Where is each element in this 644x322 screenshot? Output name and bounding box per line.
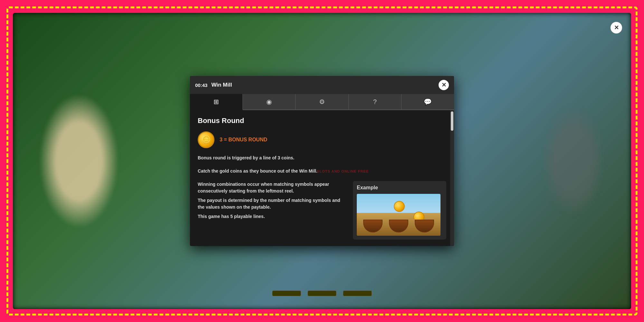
modal-title: Win Mill [211,82,232,88]
example-coin-1 [394,201,405,212]
description-2-text: Catch the gold coins as they bounce out … [198,168,317,174]
outer-close-button[interactable]: ✕ [611,22,622,33]
outer-border: ✕ 00:43 Win Mill ✕ ⊞ ◉ [6,6,638,316]
game-rules-icon: ◉ [266,98,272,106]
bonus-row: 🪙 3 = BONUS ROUND [198,131,446,148]
scrollbar-track[interactable] [450,110,454,246]
bonus-label: 3 = BONUS ROUND [220,137,267,143]
bonus-round-label: BONUS ROUND [228,137,267,142]
description-5: This game has 5 playable lines. [198,213,345,220]
description-1: Bonus round is triggered by a line of 3 … [198,155,446,161]
help-icon: ? [373,98,377,106]
paytable-icon: ⊞ [213,98,219,106]
bottom-bar [272,290,372,296]
background-character-right [541,105,605,217]
bottom-button-1[interactable] [272,290,301,296]
watermark: SLOTS AND ONLINE FREE [317,168,369,174]
modal-content: Bonus Round 🪙 3 = BONUS ROUND Bonus roun… [190,110,454,246]
example-image [357,194,440,236]
tab-game-rules[interactable]: ◉ [243,94,296,109]
section-title: Bonus Round [198,117,446,125]
description-2: Catch the gold coins as they bounce out … [198,168,446,175]
game-area: ✕ 00:43 Win Mill ✕ ⊞ ◉ [13,13,631,309]
modal-close-button[interactable]: ✕ [439,80,449,90]
tab-settings[interactable]: ⚙ [296,94,348,109]
coin-count: 3 = [220,137,227,142]
example-title: Example [357,185,442,191]
content-layout: Winning combinations occur when matching… [198,181,446,240]
text-block: Winning combinations occur when matching… [198,181,345,223]
chat-icon: 💬 [424,98,432,106]
bottom-button-3[interactable] [343,290,372,296]
info-modal: 00:43 Win Mill ✕ ⊞ ◉ ⚙ ? [190,76,454,246]
coin-icon: 🪙 [198,131,214,148]
timer-display: 00:43 [195,82,207,88]
bottom-button-2[interactable] [308,290,336,296]
settings-icon: ⚙ [319,98,325,106]
description-3: Winning combinations occur when matching… [198,181,345,194]
tab-paytable[interactable]: ⊞ [190,94,243,110]
modal-header: 00:43 Win Mill ✕ [190,76,454,94]
example-inner [357,194,440,236]
tab-help[interactable]: ? [349,94,402,109]
background-character-left [39,93,119,229]
tab-chat[interactable]: 💬 [402,94,454,109]
modal-header-left: 00:43 Win Mill [195,82,232,88]
scrollbar-thumb[interactable] [451,111,453,131]
tab-bar: ⊞ ◉ ⚙ ? 💬 [190,94,454,110]
description-4: The payout is determined by the number o… [198,197,345,211]
example-box: Example [353,181,446,240]
